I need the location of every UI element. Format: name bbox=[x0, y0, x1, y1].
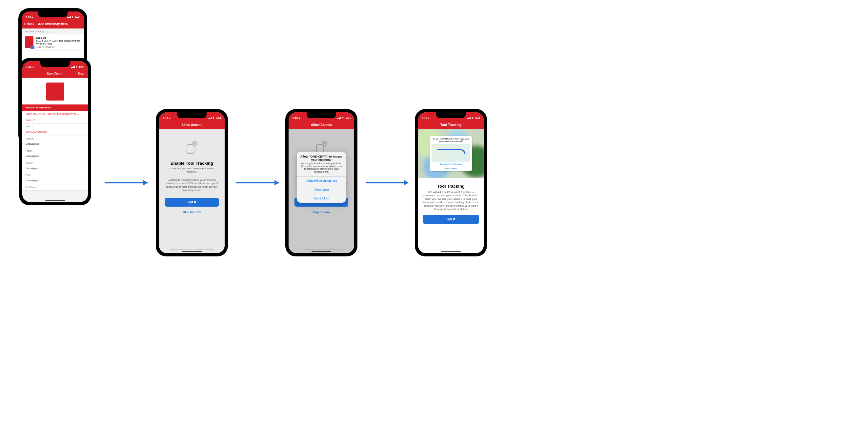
status-right: ᯤ bbox=[67, 16, 80, 19]
status-right: ᯤ bbox=[337, 116, 350, 119]
battery-icon bbox=[346, 117, 350, 119]
notch bbox=[40, 61, 70, 67]
status-time: 1:13 ◂ bbox=[26, 66, 33, 68]
flow-arrow-1 bbox=[105, 182, 148, 183]
chevron-left-icon bbox=[24, 23, 27, 25]
status-time: 1:14 ◂ bbox=[422, 116, 429, 119]
phone-item-detail: 1:13 ◂ ᯤ Item Detail Save Product Inform… bbox=[19, 58, 91, 205]
subheading: Looks like you don't have your location … bbox=[165, 167, 219, 174]
device-model: 2863-20 bbox=[36, 36, 81, 39]
battery-icon bbox=[216, 117, 221, 119]
status-time: 1:13 ◂ bbox=[26, 16, 33, 19]
status-right: ᯤ bbox=[208, 116, 221, 119]
alert-dont-allow[interactable]: Don't Allow bbox=[297, 194, 346, 203]
nav-bar: Allow Access bbox=[159, 120, 225, 129]
alert-allow-while-using[interactable]: Allow While Using App bbox=[297, 176, 346, 185]
field-serial[interactable]: Serial # J39AD174300662 bbox=[22, 124, 88, 136]
field-model[interactable]: 2863-20 bbox=[22, 117, 88, 124]
signal-icon bbox=[208, 117, 212, 119]
alert-title: Allow "ONE-KEY™" to access your location… bbox=[297, 151, 346, 162]
nav-title: Allow Access bbox=[311, 123, 332, 127]
heading: Tool Tracking bbox=[437, 184, 465, 188]
chevron-right-icon: › bbox=[84, 140, 85, 144]
status-time: 1:13 ◂ bbox=[163, 116, 170, 119]
battery-icon bbox=[80, 66, 84, 68]
save-button[interactable]: Save bbox=[78, 72, 85, 76]
wifi-icon: ᯤ bbox=[471, 116, 474, 119]
signal-icon bbox=[67, 16, 71, 18]
field-place[interactable]: Place Unassigned › bbox=[22, 172, 88, 184]
field-tool-number[interactable]: Tool Number bbox=[22, 184, 88, 191]
flow-arrow-3 bbox=[366, 182, 408, 183]
signal-icon bbox=[71, 66, 75, 68]
mock-option-change: Change to Only While Using bbox=[432, 162, 470, 166]
got-it-button[interactable]: Got It bbox=[423, 215, 479, 224]
home-indicator[interactable] bbox=[312, 251, 331, 252]
description: Location is needed to track your One-Key… bbox=[165, 178, 219, 192]
wifi-icon: ᯤ bbox=[76, 66, 79, 68]
notch bbox=[436, 112, 466, 118]
skip-button-bg: Skip for now bbox=[312, 211, 330, 214]
nav-title: Item Detail bbox=[47, 72, 64, 76]
content-area: Tool Tracking iOS will ask you if you wa… bbox=[418, 178, 484, 253]
device-name: M18 FUEL™ 1/2" High Torque Impact Wrench… bbox=[36, 39, 81, 45]
home-indicator[interactable] bbox=[441, 251, 461, 252]
phone-allow-access: 1:13 ◂ ᯤ Allow Access Enable Tool Tracki… bbox=[156, 109, 228, 256]
section-nearby-devices: NEARBY DEVICES bbox=[22, 29, 84, 34]
product-info-header: Product Information bbox=[22, 104, 88, 111]
phone-tool-tracking: 1:14 ◂ ᯤ Tool Tracking Do you want "Milw… bbox=[415, 109, 487, 256]
footnote: You can always access this later in sett… bbox=[300, 248, 343, 250]
mock-option-always: Always Allow bbox=[432, 166, 470, 170]
notch bbox=[177, 112, 207, 118]
field-category[interactable]: Category Unassigned › bbox=[22, 136, 88, 148]
field-person[interactable]: Person Unassigned › bbox=[22, 148, 88, 160]
product-image-area bbox=[22, 78, 88, 104]
alert-message: We use your location to track your tools… bbox=[297, 162, 346, 176]
mock-card-title: Do you want "Milwaukee Tool" using your … bbox=[432, 138, 470, 142]
chevron-right-icon: › bbox=[84, 176, 85, 180]
nav-title: Tool Tracking bbox=[440, 123, 461, 127]
field-division[interactable]: Division Unassigned › bbox=[22, 160, 88, 172]
signal-icon bbox=[337, 117, 341, 119]
notch bbox=[38, 11, 67, 18]
status-right: ᯤ bbox=[467, 116, 480, 119]
battery-icon bbox=[75, 16, 80, 18]
got-it-button[interactable]: Got It bbox=[165, 198, 219, 207]
device-thumbnail bbox=[25, 36, 33, 48]
home-indicator[interactable] bbox=[45, 200, 65, 201]
phone-location-prompt: 1:13 ◂ ᯤ Allow Access Enable Tool Tracki… bbox=[285, 109, 358, 256]
svg-point-5 bbox=[324, 143, 325, 144]
notch bbox=[307, 112, 336, 118]
heading: Enable Tool Tracking bbox=[170, 161, 213, 166]
signal-icon bbox=[467, 117, 471, 119]
tool-location-icon bbox=[184, 139, 200, 157]
flow-arrow-2 bbox=[236, 182, 279, 183]
status-right: ᯤ bbox=[71, 66, 84, 68]
field-product-name[interactable]: M18 FUEL™ 1/2" High Torque Impact Wren… bbox=[22, 111, 88, 117]
footnote: You can always access this later in sett… bbox=[170, 248, 214, 250]
chevron-right-icon: › bbox=[84, 152, 85, 156]
wifi-icon: ᯤ bbox=[213, 116, 215, 119]
nav-bar: Allow Access bbox=[288, 120, 354, 129]
status-time: 1:13 ◂ bbox=[292, 116, 300, 119]
svg-rect-0 bbox=[187, 144, 194, 153]
nav-title: Allow Access bbox=[181, 123, 202, 127]
tool-image bbox=[46, 82, 64, 101]
device-serial: J39AD174300662 bbox=[36, 46, 81, 48]
ios-location-alert: Allow "ONE-KEY™" to access your location… bbox=[297, 151, 346, 203]
illustration-area: Do you want "Milwaukee Tool" using your … bbox=[418, 129, 484, 178]
description: iOS will ask you if you want One-Key to … bbox=[423, 191, 479, 211]
home-indicator[interactable] bbox=[182, 251, 202, 252]
nav-bar: Tool Tracking bbox=[418, 120, 484, 129]
spinner-icon bbox=[47, 31, 49, 33]
alert-allow-once[interactable]: Allow Once bbox=[297, 185, 346, 194]
mock-map bbox=[432, 144, 470, 162]
back-button[interactable]: Back bbox=[24, 22, 34, 26]
content-area: Enable Tool Tracking Looks like you don'… bbox=[159, 129, 225, 253]
svg-point-2 bbox=[194, 143, 195, 144]
skip-button[interactable]: Skip for now bbox=[183, 211, 201, 214]
device-list-item[interactable]: 2863-20 M18 FUEL™ 1/2" High Torque Impac… bbox=[22, 34, 84, 51]
nav-bar: Back Add Inventory Item bbox=[22, 19, 84, 29]
mock-permission-card: Do you want "Milwaukee Tool" using your … bbox=[430, 136, 472, 171]
chevron-right-icon: › bbox=[84, 164, 85, 168]
